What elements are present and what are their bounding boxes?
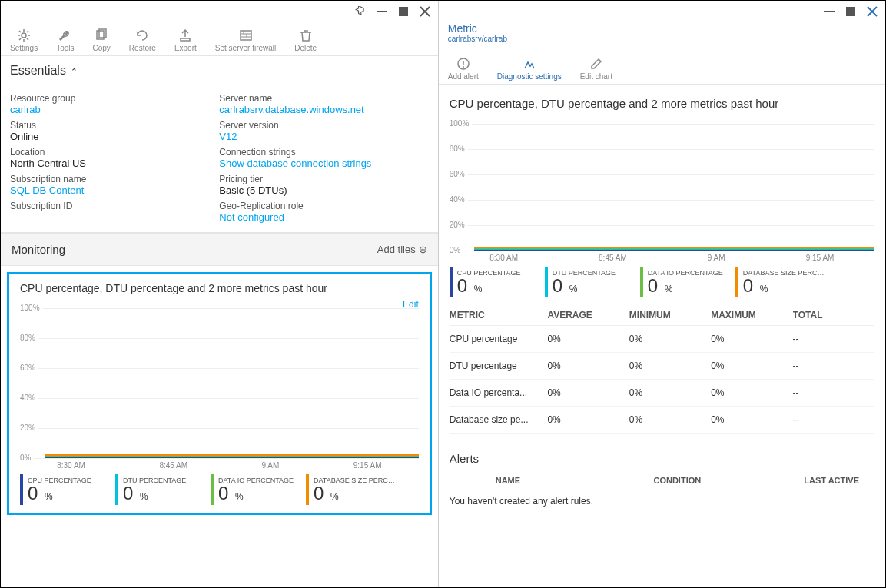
alert-icon bbox=[456, 57, 470, 71]
gridline: 100% bbox=[450, 124, 874, 133]
delete-icon bbox=[299, 28, 313, 42]
table-cell: 0% bbox=[629, 360, 711, 371]
svg-rect-0 bbox=[377, 11, 387, 12]
metric-tile[interactable]: DTU PERCENTAGE0 % bbox=[545, 267, 629, 297]
toolbar-add-alert[interactable]: Add alert bbox=[448, 57, 479, 81]
table-cell: -- bbox=[793, 334, 874, 344]
table-row[interactable]: Database size pe...0%0%0%-- bbox=[450, 407, 874, 434]
chart-area-right: 100%80%60%40%20%0% bbox=[450, 124, 874, 251]
essential-value[interactable]: carlrabsrv.database.windows.net bbox=[219, 104, 428, 115]
gridline: 60% bbox=[450, 174, 874, 184]
essential-value[interactable]: Show database connection strings bbox=[219, 158, 428, 169]
metrics-table: METRICAVERAGEMINIMUMMAXIMUMTOTAL CPU per… bbox=[450, 310, 874, 434]
maximize-icon[interactable] bbox=[398, 6, 409, 17]
close-icon[interactable] bbox=[867, 6, 878, 17]
chevron-up-icon: ⌄ bbox=[71, 66, 78, 76]
table-header: METRIC bbox=[450, 310, 548, 321]
svg-rect-7 bbox=[241, 31, 251, 40]
metric-color-bar bbox=[211, 474, 214, 505]
window-controls-left bbox=[1, 1, 438, 19]
essential-label: Resource group bbox=[10, 93, 219, 104]
minimize-icon[interactable] bbox=[824, 6, 835, 17]
pin-icon[interactable] bbox=[355, 6, 366, 17]
table-header: TOTAL bbox=[793, 310, 874, 321]
essentials-title: Essentials bbox=[10, 64, 66, 78]
table-cell: -- bbox=[793, 414, 874, 425]
metric-tile[interactable]: DATABASE SIZE PERCENT...0 % bbox=[306, 474, 398, 505]
toolbar-edit-chart[interactable]: Edit chart bbox=[580, 57, 612, 81]
toolbar-settings[interactable]: Settings bbox=[10, 28, 38, 52]
metric-blade-title: Metric bbox=[448, 22, 876, 35]
essential-label: Status bbox=[10, 120, 219, 131]
alerts-header-cell: CONDITION bbox=[616, 476, 738, 485]
toolbar-delete[interactable]: Delete bbox=[294, 28, 317, 52]
essential-value[interactable]: V12 bbox=[219, 131, 428, 142]
metric-color-bar bbox=[545, 267, 548, 297]
gridline: 60% bbox=[20, 368, 419, 377]
essential-value[interactable]: SQL DB Content bbox=[10, 184, 219, 196]
metric-color-bar bbox=[640, 267, 643, 297]
metric-tile[interactable]: CPU PERCENTAGE0 % bbox=[450, 267, 534, 297]
alerts-section: Alerts NAMECONDITIONLAST ACTIVE You have… bbox=[450, 452, 874, 507]
table-cell: 0% bbox=[711, 387, 792, 398]
monitoring-title: Monitoring bbox=[12, 243, 65, 256]
add-tiles-button[interactable]: Add tiles ⊕ bbox=[377, 244, 427, 255]
table-cell: DTU percentage bbox=[450, 360, 548, 371]
metric-value: 0 % bbox=[457, 277, 521, 295]
essential-value[interactable]: Not configured bbox=[219, 211, 428, 223]
series-line bbox=[474, 247, 874, 248]
alerts-heading: Alerts bbox=[450, 452, 874, 465]
gridline: 20% bbox=[20, 428, 419, 437]
toolbar-tools[interactable]: Tools bbox=[56, 28, 74, 52]
gridline: 40% bbox=[450, 200, 874, 209]
table-cell: 0% bbox=[547, 387, 629, 398]
gear-icon bbox=[17, 28, 31, 42]
toolbar-restore[interactable]: Restore bbox=[129, 28, 156, 52]
table-cell: 0% bbox=[547, 414, 629, 425]
plus-circle-icon: ⊕ bbox=[419, 244, 427, 255]
metric-tile[interactable]: DATABASE SIZE PERCENT...0 % bbox=[735, 267, 828, 297]
metric-tile[interactable]: DATA IO PERCENTAGE0 % bbox=[640, 267, 725, 297]
metric-value: 0 % bbox=[553, 277, 616, 295]
essentials-header[interactable]: Essentials ⌄ bbox=[1, 56, 438, 85]
essential-label: Server name bbox=[219, 93, 428, 104]
svg-point-4 bbox=[22, 33, 26, 38]
copy-icon bbox=[95, 28, 108, 42]
monitoring-chart-card[interactable]: CPU percentage, DTU percentage and 2 mor… bbox=[7, 272, 432, 515]
monitoring-header: Monitoring Add tiles ⊕ bbox=[1, 233, 438, 266]
close-icon[interactable] bbox=[420, 6, 430, 17]
table-row[interactable]: DTU percentage0%0%0%-- bbox=[450, 353, 874, 380]
metric-value: 0 % bbox=[28, 484, 91, 503]
minimize-icon[interactable] bbox=[377, 6, 387, 17]
gridline: 0% bbox=[450, 251, 874, 260]
toolbar-copy[interactable]: Copy bbox=[93, 28, 111, 52]
toolbar-export[interactable]: Export bbox=[174, 28, 197, 52]
essential-value[interactable]: carlrab bbox=[10, 104, 219, 115]
table-row[interactable]: Data IO percenta...0%0%0%-- bbox=[450, 380, 874, 407]
metric-value: 0 % bbox=[743, 277, 828, 295]
metric-value: 0 % bbox=[314, 484, 398, 503]
metric-tile[interactable]: DTU PERCENTAGE0 % bbox=[115, 474, 200, 505]
svg-point-18 bbox=[463, 66, 464, 68]
toolbar-set-server-firewall[interactable]: Set server firewall bbox=[215, 28, 276, 52]
essential-value: North Central US bbox=[10, 158, 219, 169]
diag-icon bbox=[523, 57, 536, 71]
essential-value: Basic (5 DTUs) bbox=[219, 184, 428, 196]
table-cell: CPU percentage bbox=[450, 334, 548, 344]
essential-value: Online bbox=[10, 131, 219, 142]
window-controls-right bbox=[439, 1, 885, 19]
toolbar-diagnostic-settings[interactable]: Diagnostic settings bbox=[497, 57, 562, 81]
metric-tile[interactable]: DATA IO PERCENTAGE0 % bbox=[211, 474, 295, 505]
wrench-icon bbox=[58, 28, 72, 42]
table-cell: 0% bbox=[547, 334, 629, 344]
table-cell: -- bbox=[793, 387, 874, 398]
right-chart-title: CPU percentage, DTU percentage and 2 mor… bbox=[450, 97, 874, 110]
maximize-icon[interactable] bbox=[845, 6, 856, 17]
metric-color-bar bbox=[306, 474, 309, 505]
essential-label: Geo-Replication role bbox=[219, 201, 428, 211]
table-row[interactable]: CPU percentage0%0%0%-- bbox=[450, 326, 874, 353]
metric-tile[interactable]: CPU PERCENTAGE0 % bbox=[20, 474, 105, 505]
table-cell: 0% bbox=[711, 334, 792, 344]
metric-value: 0 % bbox=[648, 277, 723, 295]
gridline: 80% bbox=[20, 338, 419, 347]
